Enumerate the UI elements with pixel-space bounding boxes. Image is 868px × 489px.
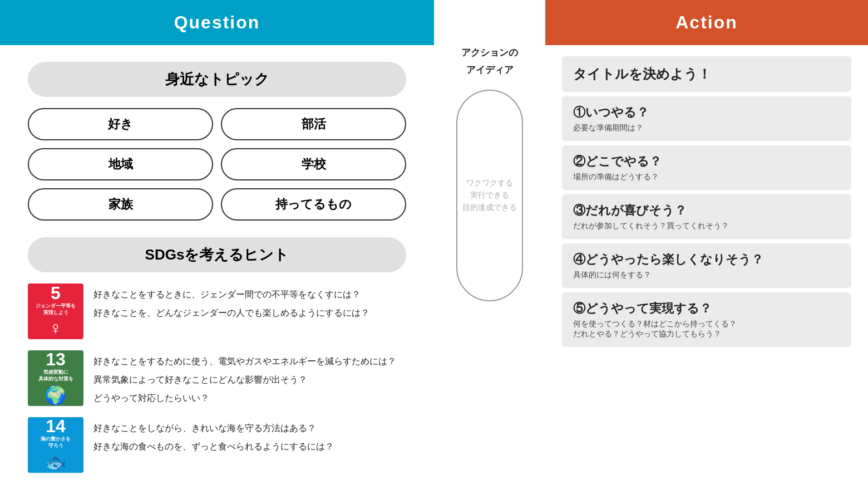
action-item-title: ②どこでやる？ (573, 153, 840, 170)
action-title-box: タイトルを決めよう！ (562, 56, 851, 92)
left-panel: Question 身近なトピック 好き部活地域学校家族持ってるもの SDGsを考… (0, 0, 434, 489)
action-item: ⑤どうやって実現する？何を使ってつくる？材はどこから持ってくる？ だれとやる？ど… (562, 292, 851, 347)
sdg-text-5: 好きなことをするときに、ジェンダー間での不平等をなくすには？好きなことを、どんな… (93, 283, 369, 320)
action-item-sub: 何を使ってつくる？材はどこから持ってくる？ だれとやる？どうやって協力してもらう… (573, 319, 840, 339)
action-item-sub: 具体的には何をする？ (573, 270, 840, 280)
topic-item[interactable]: 学校 (221, 148, 406, 180)
capsule-tags: ワクワクする実行できる目的達成できる (462, 178, 517, 213)
action-header: Action (545, 0, 868, 45)
center-capsule: ワクワクする実行できる目的達成できる (456, 90, 523, 301)
sdg-badge-5: 5 ジェンダー平等を実現しよう ♀ (28, 283, 83, 339)
topic-item[interactable]: 家族 (28, 188, 213, 221)
action-item-title: ⑤どうやって実現する？ (573, 300, 840, 317)
sdg-text-13: 好きなことをするために使う、電気やガスやエネルギーを減らすためには？異常気象によ… (93, 350, 396, 406)
section2-label: SDGsを考えるヒント (28, 237, 406, 272)
sdg-badge-14: 14 海の豊かさを守ろう 🐟 (28, 417, 83, 473)
action-item-title: ③だれが喜びそう？ (573, 202, 840, 219)
topic-item[interactable]: 好き (28, 108, 213, 140)
sdg-badge-13: 13 気候変動に具体的な対策を 🌍 (28, 350, 83, 406)
main-layout: Question 身近なトピック 好き部活地域学校家族持ってるもの SDGsを考… (0, 0, 868, 489)
sdg-text-14: 好きなことをしながら、きれいな海を守る方法はある？好きな海の食べものを、ずっと食… (93, 417, 334, 454)
capsule-tag: 実行できる (470, 190, 509, 201)
action-item-title: ①いつやる？ (573, 104, 840, 121)
topic-item[interactable]: 持ってるもの (221, 188, 406, 221)
action-item-title: ④どうやったら楽しくなりそう？ (573, 251, 840, 268)
topic-item[interactable]: 地域 (28, 148, 213, 180)
left-content: 身近なトピック 好き部活地域学校家族持ってるもの SDGsを考えるヒント 5 ジ… (0, 45, 434, 489)
action-item: ②どこでやる？場所の準備はどうする？ (562, 145, 851, 190)
right-panel: Action タイトルを決めよう！ ①いつやる？必要な準備期間は？②どこでやる？… (545, 0, 868, 489)
capsule-tag: 目的達成できる (462, 203, 517, 213)
section1-label: 身近なトピック (28, 62, 406, 97)
capsule-title: アクションのアイディア (461, 45, 518, 79)
right-content: タイトルを決めよう！ ①いつやる？必要な準備期間は？②どこでやる？場所の準備はど… (545, 45, 868, 489)
topic-grid: 好き部活地域学校家族持ってるもの (28, 108, 406, 221)
sdg-item: 13 気候変動に具体的な対策を 🌍 好きなことをするために使う、電気やガスやエネ… (28, 350, 406, 406)
action-item-sub: 必要な準備期間は？ (573, 123, 840, 133)
action-item-sub: だれが参加してくれそう？買ってくれそう？ (573, 221, 840, 231)
action-item: ①いつやる？必要な準備期間は？ (562, 96, 851, 141)
action-item: ④どうやったら楽しくなりそう？具体的には何をする？ (562, 243, 851, 288)
question-header: Question (0, 0, 434, 45)
action-item-sub: 場所の準備はどうする？ (573, 172, 840, 182)
sdg-item: 5 ジェンダー平等を実現しよう ♀ 好きなことをするときに、ジェンダー間での不平… (28, 283, 406, 339)
center-panel: アクションのアイディア ワクワクする実行できる目的達成できる (434, 0, 545, 489)
capsule-tag: ワクワクする (466, 178, 513, 188)
action-item: ③だれが喜びそう？だれが参加してくれそう？買ってくれそう？ (562, 194, 851, 239)
topic-item[interactable]: 部活 (221, 108, 406, 140)
sdg-list: 5 ジェンダー平等を実現しよう ♀ 好きなことをするときに、ジェンダー間での不平… (28, 283, 406, 473)
sdg-item: 14 海の豊かさを守ろう 🐟 好きなことをしながら、きれいな海を守る方法はある？… (28, 417, 406, 473)
